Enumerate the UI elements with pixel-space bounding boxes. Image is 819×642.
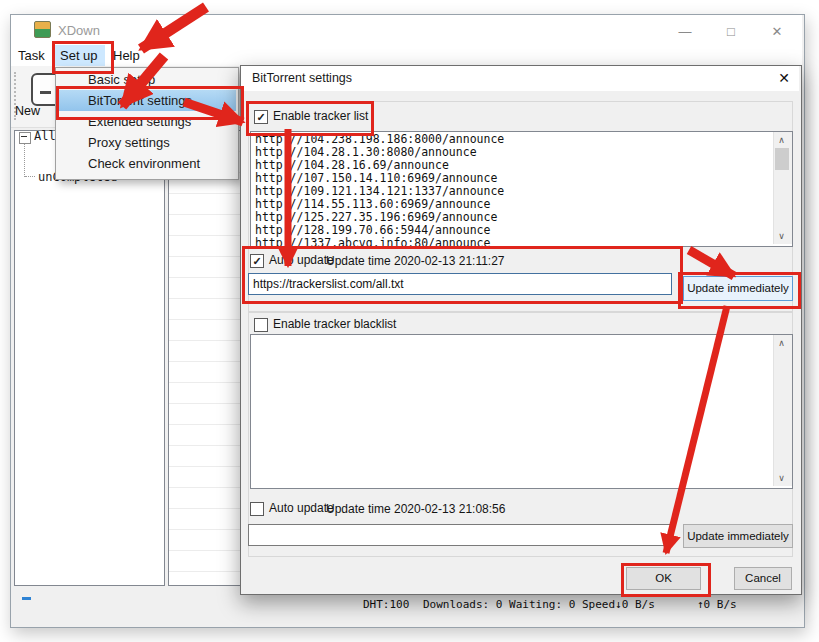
scroll-up-icon[interactable]: ∧ bbox=[773, 335, 790, 351]
check-icon: ✓ bbox=[256, 111, 265, 123]
tree-connector-h bbox=[25, 176, 35, 178]
menu-item-check-environment[interactable]: Check environment bbox=[56, 153, 236, 174]
ok-button[interactable]: OK bbox=[626, 567, 701, 590]
menu-item-extended-settings[interactable]: Extended settings bbox=[56, 111, 236, 132]
update-time-label: Update time bbox=[326, 254, 391, 268]
blacklist-scrollbar[interactable] bbox=[773, 335, 792, 486]
tree-connector-v bbox=[24, 144, 26, 177]
maximize-button[interactable]: □ bbox=[714, 22, 748, 42]
close-icon: ✕ bbox=[772, 24, 783, 39]
menu-item-basic-setup[interactable]: Basic setup bbox=[56, 69, 236, 90]
status-downloads: Downloads: 0 Waiting: 0 bbox=[423, 598, 575, 611]
blacklist-update-time-label: Update time bbox=[326, 502, 391, 516]
enable-tracker-list-checkbox[interactable]: ✓ bbox=[254, 110, 268, 124]
enable-tracker-list-label: Enable tracker list bbox=[273, 109, 368, 123]
menu-item-bittorrent-settings[interactable]: BitTorrent settings bbox=[56, 90, 236, 111]
menu-help[interactable]: Help bbox=[113, 46, 140, 65]
blacklist-source-url-input[interactable] bbox=[248, 524, 672, 546]
cancel-button[interactable]: Cancel bbox=[734, 567, 792, 590]
window-title: XDown bbox=[58, 23, 100, 38]
close-button[interactable]: ✕ bbox=[760, 22, 794, 42]
blacklist-auto-update-label: Auto update bbox=[269, 501, 334, 515]
new-task-button[interactable]: New bbox=[15, 104, 40, 118]
scroll-up-icon[interactable]: ∧ bbox=[773, 132, 790, 148]
maximize-icon: □ bbox=[727, 24, 735, 39]
dialog-close-icon: ✕ bbox=[778, 70, 790, 86]
tracker-url: http://1337.abcvg.info:80/announce bbox=[255, 237, 504, 247]
status-speed-up: ↑0 B/s bbox=[697, 598, 737, 611]
blacklist-update-time-value: 2020-02-13 21:08:56 bbox=[394, 502, 505, 516]
menu-item-proxy-settings[interactable]: Proxy settings bbox=[56, 132, 236, 153]
menu-task[interactable]: Task bbox=[18, 46, 45, 65]
scroll-down-icon[interactable]: ∨ bbox=[773, 470, 790, 486]
blacklist-update-immediately-button[interactable]: Update immediately bbox=[683, 524, 793, 548]
screen: XDown — □ ✕ Task Set up Help New All unC… bbox=[0, 0, 819, 642]
status-speed-down: Speed↓0 B/s bbox=[582, 598, 655, 611]
menu-set-up[interactable]: Set up bbox=[53, 45, 105, 66]
dialog-title: BitTorrent settings bbox=[252, 71, 352, 85]
enable-tracker-blacklist-label: Enable tracker blacklist bbox=[273, 317, 396, 331]
tree-collapse-icon[interactable] bbox=[19, 132, 31, 144]
status-dht: DHT:100 bbox=[363, 598, 409, 611]
tree-collapse-minus bbox=[21, 136, 27, 137]
scroll-down-icon[interactable]: ∨ bbox=[773, 228, 790, 244]
new-task-icon-dash bbox=[40, 91, 51, 94]
app-icon bbox=[34, 21, 51, 38]
tracker-source-url-input[interactable] bbox=[248, 273, 672, 295]
blacklist-auto-update-checkbox[interactable] bbox=[250, 502, 264, 516]
enable-tracker-blacklist-checkbox[interactable] bbox=[254, 318, 268, 332]
check-icon: ✓ bbox=[252, 255, 261, 267]
update-time-value: 2020-02-13 21:11:27 bbox=[394, 254, 505, 268]
category-tree-panel bbox=[14, 130, 165, 586]
minimize-icon: — bbox=[679, 24, 692, 39]
tracker-list-textarea[interactable]: http://104.238.198.186:8000/announcehttp… bbox=[250, 131, 793, 247]
minimize-button[interactable]: — bbox=[668, 22, 702, 42]
auto-update-label: Auto update bbox=[269, 253, 334, 267]
tree-root-all[interactable]: All bbox=[34, 129, 56, 143]
auto-update-checkbox[interactable]: ✓ bbox=[250, 254, 264, 268]
status-blue-dash bbox=[22, 597, 31, 600]
tracker-blacklist-textarea[interactable] bbox=[250, 334, 793, 489]
dialog-close-button[interactable]: ✕ bbox=[774, 69, 794, 87]
update-immediately-button[interactable]: Update immediately bbox=[683, 276, 793, 301]
scrollbar-thumb[interactable] bbox=[775, 148, 789, 170]
tracker-url-list: http://104.238.198.186:8000/announcehttp… bbox=[255, 133, 504, 247]
